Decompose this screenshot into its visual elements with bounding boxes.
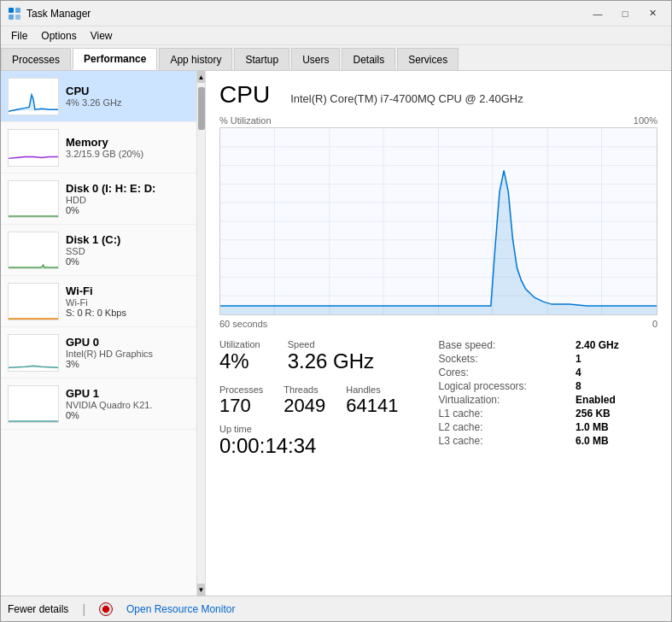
disk0-sidebar-subtitle: HDD <box>66 195 198 205</box>
disk1-thumbnail <box>8 232 59 269</box>
processes-block: Processes 170 <box>219 384 263 417</box>
title-bar: Task Manager — □ ✕ <box>1 1 671 26</box>
cpu-info: CPU 4% 3.26 GHz <box>66 85 198 108</box>
task-manager-window: Task Manager — □ ✕ File Options View Pro… <box>0 0 672 622</box>
gpu1-sidebar-title: GPU 1 <box>66 387 198 400</box>
minimize-button[interactable]: — <box>586 5 610 22</box>
threads-block: Threads 2049 <box>283 384 325 417</box>
disk0-sidebar-value: 0% <box>66 205 198 215</box>
sidebar-item-memory[interactable]: Memory 3.2/15.9 GB (20%) <box>1 122 205 173</box>
bottom-divider: | <box>82 602 85 616</box>
sidebar-item-cpu[interactable]: CPU 4% 3.26 GHz <box>1 71 205 122</box>
tab-performance[interactable]: Performance <box>73 48 157 70</box>
time-label-right: 0 <box>652 319 657 329</box>
resource-monitor-icon <box>99 602 113 616</box>
sidebar-item-wifi[interactable]: Wi-Fi Wi-Fi S: 0 R: 0 Kbps <box>1 276 205 327</box>
tab-services[interactable]: Services <box>397 48 459 70</box>
virtualization-key: Virtualization: <box>439 394 566 406</box>
handles-block: Handles 64141 <box>346 384 398 417</box>
scroll-thumb[interactable] <box>198 87 205 130</box>
svg-rect-2 <box>9 15 14 20</box>
tab-users[interactable]: Users <box>291 48 340 70</box>
base-speed-val: 2.40 GHz <box>576 339 657 351</box>
fewer-details-button[interactable]: Fewer details <box>8 603 68 615</box>
base-speed-key: Base speed: <box>439 339 566 351</box>
processes-label: Processes <box>219 384 263 395</box>
speed-label: Speed <box>288 339 374 349</box>
sidebar: CPU 4% 3.26 GHz Memory 3.2/15.9 GB (20%) <box>1 71 206 596</box>
tab-processes[interactable]: Processes <box>1 48 71 70</box>
tab-details[interactable]: Details <box>342 48 395 70</box>
l2-key: L2 cache: <box>439 421 566 433</box>
memory-sidebar-title: Memory <box>66 136 198 149</box>
gpu0-sidebar-value: 3% <box>66 359 198 369</box>
cores-val: 4 <box>576 367 657 378</box>
y-axis-label: % Utilization <box>219 115 272 126</box>
cores-key: Cores: <box>439 367 566 378</box>
gpu0-info: GPU 0 Intel(R) HD Graphics 3% <box>66 336 198 369</box>
cpu-sidebar-title: CPU <box>66 85 198 97</box>
right-stats: Base speed: 2.40 GHz Sockets: 1 Cores: 4… <box>439 339 658 466</box>
l1-val: 256 KB <box>576 408 657 420</box>
menu-bar: File Options View <box>1 26 671 45</box>
title-bar-left: Task Manager <box>8 7 91 21</box>
y-axis-max: 100% <box>634 115 657 126</box>
memory-sidebar-subtitle: 3.2/15.9 GB (20%) <box>66 149 198 159</box>
utilization-value: 4% <box>219 349 260 374</box>
sidebar-item-gpu1[interactable]: GPU 1 NVIDIA Quadro K21. 0% <box>1 378 205 430</box>
wifi-sidebar-subtitle: Wi-Fi <box>66 297 198 308</box>
bottom-bar: Fewer details | Open Resource Monitor <box>1 596 671 621</box>
cpu-chart-svg <box>220 128 657 314</box>
utilization-block: Utilization 4% <box>219 339 260 374</box>
disk0-sidebar-title: Disk 0 (I: H: E: D: <box>66 182 198 195</box>
menu-view[interactable]: View <box>84 28 120 44</box>
wifi-thumbnail <box>8 283 59 320</box>
cpu-chart <box>219 127 657 315</box>
scroll-down-button[interactable]: ▼ <box>197 584 206 596</box>
uptime-block: Up time 0:00:14:34 <box>219 424 439 459</box>
wifi-sidebar-title: Wi-Fi <box>66 285 198 297</box>
disk1-info: Disk 1 (C:) SSD 0% <box>66 233 198 267</box>
stats-row-2: Processes 170 Threads 2049 Handles 64141 <box>219 384 439 417</box>
virtualization-val: Enabled <box>576 394 657 406</box>
maximize-button[interactable]: □ <box>613 5 637 22</box>
speed-value: 3.26 GHz <box>288 349 374 374</box>
tab-app-history[interactable]: App history <box>159 48 232 70</box>
gpu1-sidebar-value: 0% <box>66 410 198 420</box>
gpu1-info: GPU 1 NVIDIA Quadro K21. 0% <box>66 387 198 420</box>
disk0-info: Disk 0 (I: H: E: D: HDD 0% <box>66 182 198 215</box>
open-resource-monitor-link[interactable]: Open Resource Monitor <box>126 603 235 615</box>
cpu-main-title: CPU <box>219 81 270 109</box>
logical-key: Logical processors: <box>439 380 566 392</box>
threads-label: Threads <box>283 384 325 395</box>
sidebar-scrollbar: ▲ ▼ <box>196 71 205 596</box>
menu-options[interactable]: Options <box>34 28 83 44</box>
content-area: CPU 4% 3.26 GHz Memory 3.2/15.9 GB (20%) <box>1 71 671 596</box>
cpu-model-label: Intel(R) Core(TM) i7-4700MQ CPU @ 2.40GH… <box>290 92 523 105</box>
main-panel: CPU Intel(R) Core(TM) i7-4700MQ CPU @ 2.… <box>206 71 671 596</box>
gpu0-sidebar-subtitle: Intel(R) HD Graphics <box>66 349 198 359</box>
uptime-value: 0:00:14:34 <box>219 434 439 459</box>
sidebar-item-gpu0[interactable]: GPU 0 Intel(R) HD Graphics 3% <box>1 327 205 378</box>
threads-value: 2049 <box>283 395 325 417</box>
utilization-label: Utilization <box>219 339 260 349</box>
menu-file[interactable]: File <box>4 28 34 44</box>
app-icon <box>8 7 21 21</box>
cpu-sidebar-subtitle: 4% 3.26 GHz <box>66 97 198 108</box>
stats-bottom: Utilization 4% Speed 3.26 GHz Processes … <box>219 339 657 466</box>
window-title: Task Manager <box>26 8 91 20</box>
speed-block: Speed 3.26 GHz <box>288 339 374 374</box>
l3-key: L3 cache: <box>439 435 566 447</box>
sidebar-item-disk0[interactable]: Disk 0 (I: H: E: D: HDD 0% <box>1 173 205 225</box>
svg-rect-0 <box>9 8 14 13</box>
time-label-left: 60 seconds <box>219 319 267 329</box>
tab-bar: Processes Performance App history Startu… <box>1 45 671 71</box>
cpu-thumbnail <box>8 78 59 115</box>
title-bar-controls: — □ ✕ <box>586 5 664 22</box>
scroll-up-button[interactable]: ▲ <box>197 71 206 83</box>
tab-startup[interactable]: Startup <box>234 48 289 70</box>
sidebar-item-disk1[interactable]: Disk 1 (C:) SSD 0% <box>1 225 205 276</box>
close-button[interactable]: ✕ <box>640 5 664 22</box>
logical-val: 8 <box>576 380 657 392</box>
handles-label: Handles <box>346 384 398 395</box>
